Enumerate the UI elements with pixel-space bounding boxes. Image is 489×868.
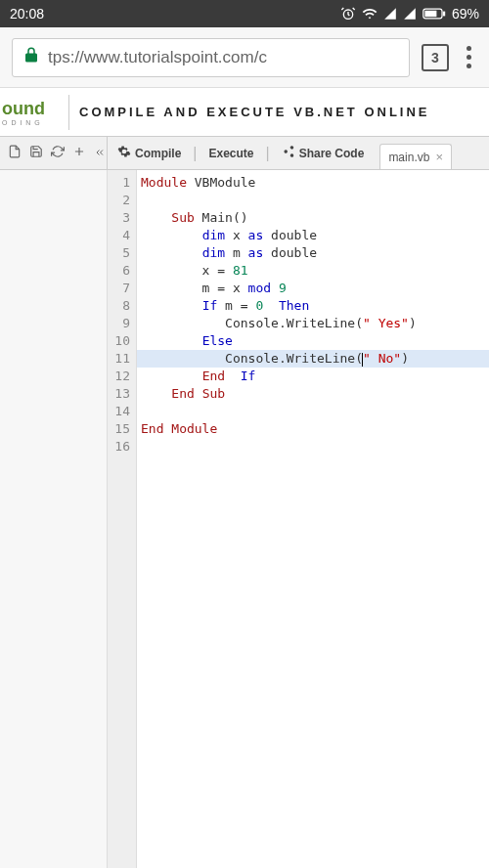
project-panel[interactable] xyxy=(0,170,108,868)
code-editor[interactable]: 12345678910111213141516 Module VBModule … xyxy=(108,170,489,868)
code-line[interactable]: Console.WriteLine(" Yes") xyxy=(137,315,489,332)
separator: | xyxy=(264,145,272,162)
collapse-icon[interactable] xyxy=(94,146,106,161)
gear-icon xyxy=(117,145,131,161)
code-line[interactable]: End If xyxy=(137,368,489,385)
execute-button[interactable]: Execute xyxy=(200,137,264,169)
url-input[interactable]: tps://www.tutorialspoint.com/c xyxy=(12,38,410,77)
toolbar: Compile | Execute | Share Code main.vb × xyxy=(0,137,489,170)
code-line[interactable]: If m = 0 Then xyxy=(137,297,489,315)
android-status-bar: 20:08 69% xyxy=(0,0,489,27)
svg-rect-3 xyxy=(443,12,445,17)
separator: | xyxy=(191,145,199,162)
battery-percent: 69% xyxy=(452,6,479,22)
code-line[interactable]: Sub Main() xyxy=(137,209,489,227)
code-line[interactable]: Module VBModule xyxy=(137,174,489,192)
line-gutter: 12345678910111213141516 xyxy=(108,170,137,868)
svg-rect-2 xyxy=(424,11,436,17)
code-line[interactable]: End Sub xyxy=(137,385,489,403)
code-line[interactable]: m = x mod 9 xyxy=(137,280,489,297)
signal-icon-1 xyxy=(383,7,397,21)
share-icon xyxy=(282,145,295,161)
add-icon[interactable] xyxy=(72,145,86,161)
share-button[interactable]: Share Code xyxy=(272,137,375,169)
code-content[interactable]: Module VBModule Sub Main() dim x as doub… xyxy=(137,170,489,868)
code-line[interactable]: Console.WriteLine(" No") xyxy=(137,350,489,368)
browser-menu-button[interactable] xyxy=(461,46,477,68)
code-line[interactable]: dim m as double xyxy=(137,244,489,262)
alarm-icon xyxy=(340,6,356,22)
battery-icon xyxy=(422,8,446,20)
file-tab[interactable]: main.vb × xyxy=(379,144,452,169)
code-line[interactable]: x = 81 xyxy=(137,262,489,280)
url-text: tps://www.tutorialspoint.com/c xyxy=(48,48,267,67)
code-line[interactable] xyxy=(137,192,489,209)
status-time: 20:08 xyxy=(10,6,44,22)
code-line[interactable] xyxy=(137,438,489,456)
wifi-icon xyxy=(362,6,378,22)
divider xyxy=(68,95,69,130)
code-line[interactable] xyxy=(137,403,489,420)
browser-url-bar: tps://www.tutorialspoint.com/c 3 xyxy=(0,27,489,88)
file-tab-label: main.vb xyxy=(388,151,429,164)
close-icon[interactable]: × xyxy=(435,150,443,164)
code-line[interactable]: Else xyxy=(137,332,489,350)
new-file-icon[interactable] xyxy=(8,145,22,161)
code-line[interactable]: dim x as double xyxy=(137,227,489,244)
signal-icon-2 xyxy=(403,7,417,21)
site-logo[interactable]: ound O D I N G xyxy=(0,99,59,126)
editor-area: 12345678910111213141516 Module VBModule … xyxy=(0,170,489,868)
page-title: COMPILE AND EXECUTE VB.NET ONLINE xyxy=(79,105,430,119)
code-line[interactable]: End Module xyxy=(137,420,489,438)
lock-icon xyxy=(22,46,40,68)
project-toolbar xyxy=(0,137,108,169)
refresh-icon[interactable] xyxy=(51,145,65,161)
save-icon[interactable] xyxy=(29,145,43,161)
site-header: ound O D I N G COMPILE AND EXECUTE VB.NE… xyxy=(0,88,489,137)
compile-button[interactable]: Compile xyxy=(108,137,191,169)
tab-count-button[interactable]: 3 xyxy=(422,44,449,71)
